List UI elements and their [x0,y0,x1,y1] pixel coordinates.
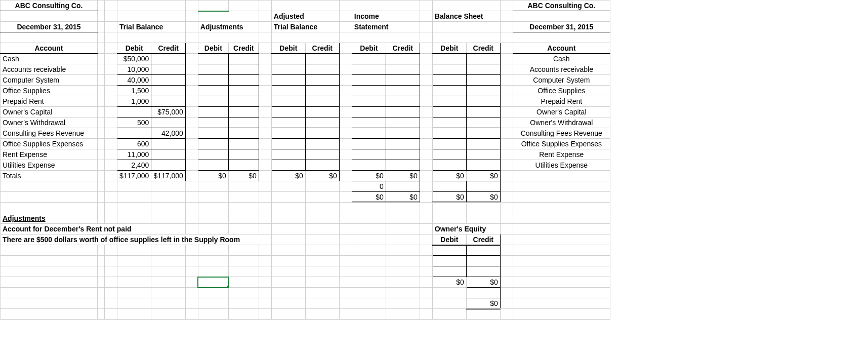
income-header-1: Income [352,11,420,22]
adjtb-total-credit: $0 [305,171,339,181]
account-row: Utilities Expense2,400Utilities Expense [1,160,610,171]
account-row: Owner's Withdrawal500Owner's Withdrawal [1,118,610,128]
row-adjustments-heading: Adjustments [1,213,610,224]
account-row: Consulting Fees Revenue42,000Consulting … [1,128,610,139]
adjustments-notes-heading: Adjustments [1,213,98,224]
income-header-2: Statement [352,22,420,32]
account-name[interactable]: Office Supplies Expenses [1,139,98,149]
adj-total-credit: $0 [228,171,259,181]
date-right: December 31, 2015 [513,22,610,32]
adjtb-credit-header: Credit [305,43,339,54]
account-row: Cash$50,000Cash [1,54,610,64]
is-credit-header: Credit [386,43,420,54]
account-name[interactable]: Consulting Fees Revenue [1,128,98,139]
trial-balance-header: Trial Balance [117,22,186,32]
tb-total-debit: $117,000 [117,171,151,181]
bs-final-debit: $0 [432,192,466,203]
bs-total-debit: $0 [432,171,466,181]
adjusted-tb-header-2: Trial Balance [271,22,339,32]
row-is-extra: 0 [1,181,610,192]
account-row: Office Supplies1,500Office Supplies [1,86,610,96]
is-extra: 0 [352,181,386,192]
row-column-headers: Account Debit Credit Debit Credit Debit … [1,43,610,54]
oe-debit-header: Debit [432,234,466,245]
account-name[interactable]: Utilities Expense [1,160,98,171]
account-row: Accounts receivable10,000Accounts receiv… [1,64,610,75]
account-name[interactable]: Accounts receivable [1,64,98,75]
active-cell[interactable] [198,277,228,288]
tb-debit-header: Debit [117,43,151,54]
company-left: ABC Consulting Co. [1,1,98,11]
row-oe-final: $0 [1,298,610,309]
row-oe-totals: $0 $0 [1,277,610,288]
note-line-2: There are $500 dollars worth of office s… [1,234,272,245]
account-row: Rent Expense11,000Rent Expense [1,149,610,160]
account-row: Prepaid Rent1,000Prepaid Rent [1,96,610,107]
oe-final: $0 [466,298,500,309]
bs-final-credit: $0 [466,192,500,203]
account-header-left: Account [1,43,98,54]
worksheet[interactable]: ABC Consulting Co. ABC Consulting Co. Ad… [0,0,610,320]
account-name[interactable]: Prepaid Rent [1,96,98,107]
tb-total-credit: $117,000 [151,171,185,181]
account-name-r: Cash [513,54,610,64]
adjustments-header: Adjustments [198,22,259,32]
oe-total-credit: $0 [466,277,500,288]
account-row: Office Supplies Expenses600Office Suppli… [1,139,610,149]
adj-debit-header: Debit [198,43,228,54]
row-sections-1: Adjusted Income Balance Sheet [1,11,610,22]
oe-credit-header: Credit [466,234,500,245]
totals-label: Totals [1,171,98,181]
owners-equity-header: Owner's Equity [432,224,500,234]
tb-debit[interactable]: $50,000 [117,54,151,64]
bs-debit-header: Debit [432,43,466,54]
account-header-right: Account [513,43,610,54]
is-total-credit: $0 [386,171,420,181]
account-name[interactable]: Owner's Withdrawal [1,118,98,128]
adj-credit-header: Credit [228,43,259,54]
row-final-totals: $0 $0 $0 $0 [1,192,610,203]
tb-credit[interactable] [151,54,185,64]
adjusted-tb-header-1: Adjusted [271,11,339,22]
account-name[interactable]: Rent Expense [1,149,98,160]
tb-credit-header: Credit [151,43,185,54]
adjtb-debit-header: Debit [271,43,305,54]
date-left: December 31, 2015 [1,22,98,32]
is-total-debit: $0 [352,171,386,181]
bs-total-credit: $0 [466,171,500,181]
row-note-1: Account for December's Rent not paid Own… [1,224,610,234]
row-note-2: There are $500 dollars worth of office s… [1,234,610,245]
adjtb-total-debit: $0 [271,171,305,181]
oe-total-debit: $0 [432,277,466,288]
row-company: ABC Consulting Co. ABC Consulting Co. [1,1,610,11]
account-row: Computer System40,000Computer System [1,75,610,86]
account-name[interactable]: Computer System [1,75,98,86]
company-right: ABC Consulting Co. [513,1,610,11]
is-final-debit: $0 [352,192,386,203]
account-row: Owner's Capital$75,000Owner's Capital [1,107,610,118]
account-name[interactable]: Office Supplies [1,86,98,96]
is-final-credit: $0 [386,192,420,203]
bs-credit-header: Credit [466,43,500,54]
row-sections-2: December 31, 2015 Trial Balance Adjustme… [1,22,610,32]
row-totals: Totals $117,000 $117,000 $0 $0 $0 $0 $0 … [1,171,610,181]
is-debit-header: Debit [352,43,386,54]
account-name[interactable]: Owner's Capital [1,107,98,118]
balance-sheet-header: Balance Sheet [432,11,500,22]
note-line-1: Account for December's Rent not paid [1,224,186,234]
adj-total-debit: $0 [198,171,228,181]
account-name[interactable]: Cash [1,54,98,64]
